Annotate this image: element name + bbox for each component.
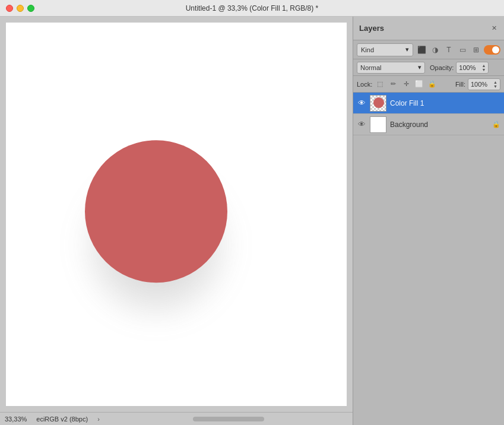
zoom-level: 33,33% [5,416,27,423]
blend-mode-arrow: ▾ [418,64,421,71]
blend-mode-dropdown[interactable]: Normal ▾ [357,62,425,74]
smartobj-filter-icon[interactable]: ⊞ [470,44,482,56]
color-profile: eciRGB v2 (8bpc) [36,416,88,423]
opacity-input[interactable]: 100% ▲ ▼ [456,62,489,74]
opacity-label: Opacity: [430,64,454,71]
opacity-up-arrow[interactable]: ▲ [481,64,486,68]
layers-panel-header: Layers ✕ [353,17,504,40]
filter-kind-arrow: ▾ [405,46,409,53]
filter-bar: Kind ▾ ⬛ ◑ T ▭ ⊞ [353,40,504,59]
layer-name: Background [390,120,489,129]
maximize-button[interactable] [27,5,34,12]
layer-thumbnail [370,116,386,133]
lock-transparent-icon[interactable]: ⬚ [375,79,385,90]
main-layout: 33,33% eciRGB v2 (8bpc) › Layers ✕ Kind … [0,17,504,425]
layer-thumbnail [370,95,386,112]
layers-panel-bottom [353,259,504,425]
red-circle [85,140,227,283]
lock-label: Lock: [357,81,372,88]
filter-kind-dropdown[interactable]: Kind ▾ [357,43,413,56]
scroll-bar[interactable] [109,416,348,421]
lock-fill-bar: Lock: ⬚ ✏ ✛ ⬜ 🔒 Fill: 100% ▲ ▼ [353,76,504,93]
thumb-color-fill [373,97,384,108]
fill-spinner[interactable]: ▲ ▼ [493,80,497,88]
filter-kind-label: Kind [361,46,374,53]
text-filter-icon[interactable]: T [443,44,455,56]
lock-all-icon[interactable]: 🔒 [427,79,438,90]
layer-row[interactable]: 👁 Color Fill 1 [353,93,504,114]
opacity-spinner[interactable]: ▲ ▼ [481,64,486,72]
eye-icon: 👁 [358,120,366,129]
filter-toggle[interactable] [484,45,500,55]
shape-filter-icon[interactable]: ▭ [457,44,468,56]
blend-mode-label: Normal [360,64,381,71]
filter-icons-row: ⬛ ◑ T ▭ ⊞ [416,44,500,56]
adjustment-filter-icon[interactable]: ◑ [429,44,441,56]
opacity-down-arrow[interactable]: ▼ [481,68,486,72]
layer-visibility-toggle[interactable]: 👁 [357,120,366,129]
traffic-lights [6,5,34,12]
eye-icon: 👁 [358,99,366,107]
close-button[interactable] [6,5,13,12]
fill-label: Fill: [455,81,465,88]
layers-panel-close-button[interactable]: ✕ [490,24,498,33]
layers-panel-title: Layers [359,24,384,33]
pixel-filter-icon[interactable]: ⬛ [416,44,427,56]
title-bar: Untitled-1 @ 33,3% (Color Fill 1, RGB/8)… [0,0,504,17]
thumb-background [370,117,386,132]
lock-position-icon[interactable]: ✛ [401,79,411,90]
lock-artboard-icon[interactable]: ⬜ [414,79,424,90]
status-arrow[interactable]: › [97,416,100,423]
fill-input[interactable]: 100% ▲ ▼ [468,78,500,90]
fill-up-arrow[interactable]: ▲ [493,80,497,84]
blend-opacity-bar: Normal ▾ Opacity: 100% ▲ ▼ [353,59,504,76]
layers-panel: Layers ✕ Kind ▾ ⬛ ◑ T ▭ ⊞ Normal ▾ [353,17,504,425]
fill-down-arrow[interactable]: ▼ [493,84,497,88]
fill-value: 100% [471,81,487,88]
lock-icons-group: ⬚ ✏ ✛ ⬜ 🔒 [375,79,438,90]
opacity-value: 100% [459,64,476,71]
canvas-container[interactable] [6,23,347,406]
canvas-area: 33,33% eciRGB v2 (8bpc) › [0,17,353,425]
layer-row[interactable]: 👁 Background 🔒 [353,114,504,135]
layers-list: 👁 Color Fill 1 👁 Background 🔒 [353,93,504,259]
window-title: Untitled-1 @ 33,3% (Color Fill 1, RGB/8)… [186,4,319,12]
lock-image-icon[interactable]: ✏ [388,79,398,90]
layer-name: Color Fill 1 [390,99,500,107]
scroll-thumb[interactable] [193,417,264,421]
layer-visibility-toggle[interactable]: 👁 [357,99,366,108]
status-bar: 33,33% eciRGB v2 (8bpc) › [0,412,353,425]
minimize-button[interactable] [17,5,24,12]
layer-lock-icon: 🔒 [492,120,500,128]
